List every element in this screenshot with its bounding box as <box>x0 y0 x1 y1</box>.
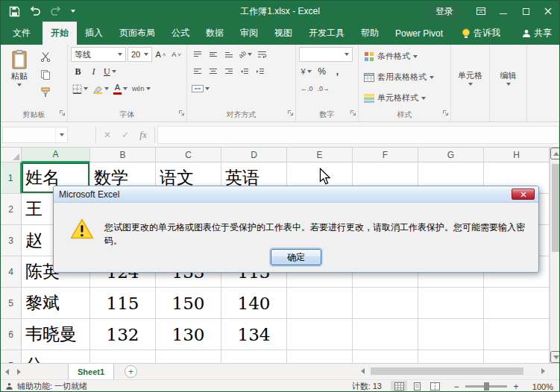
ok-button[interactable]: 确定 <box>271 249 321 265</box>
ribbon-tab-7[interactable]: 视图 <box>266 22 301 45</box>
column-header-D[interactable]: D <box>221 148 287 162</box>
clipboard-dialog-launcher[interactable] <box>59 109 66 119</box>
copy-button[interactable] <box>37 66 54 83</box>
column-header-B[interactable]: B <box>90 148 156 162</box>
decrease-decimal-button[interactable]: .0→ <box>316 81 332 96</box>
vertical-scroll-thumb[interactable] <box>552 164 560 252</box>
cell-G7[interactable] <box>418 350 484 363</box>
cell-D6[interactable]: 134 <box>221 319 287 350</box>
cell-F5[interactable] <box>353 288 418 319</box>
number-format-combo[interactable] <box>299 47 353 62</box>
font-dialog-launcher[interactable] <box>178 109 185 119</box>
column-header-C[interactable]: C <box>156 148 221 162</box>
align-left-button[interactable] <box>190 64 204 79</box>
scroll-up-button[interactable] <box>550 148 560 159</box>
column-header-E[interactable]: E <box>287 148 353 162</box>
scroll-down-button[interactable] <box>550 351 560 363</box>
tell-me-box[interactable]: 告诉我 <box>462 22 500 45</box>
editing-button[interactable]: 编辑 <box>493 47 523 110</box>
formula-bar-resizer[interactable] <box>68 122 93 147</box>
cells-button[interactable]: 单元格 <box>454 47 486 110</box>
bold-button[interactable]: B <box>71 64 85 79</box>
row-header-4[interactable]: 4 <box>1 256 22 288</box>
horizontal-scrollbar[interactable] <box>357 365 548 377</box>
cell-A5[interactable]: 黎斌 <box>22 288 90 319</box>
font-family-combo[interactable]: 等线 <box>71 47 126 62</box>
cell-G5[interactable] <box>418 288 484 319</box>
zoom-out-button[interactable]: − <box>452 382 461 392</box>
cell-F6[interactable] <box>353 319 418 350</box>
percent-style-button[interactable]: % <box>315 64 329 79</box>
undo-button[interactable] <box>26 3 44 19</box>
cell-C5[interactable]: 150 <box>156 288 221 319</box>
cell-styles-button[interactable]: 单元格样式 <box>362 89 447 107</box>
cell-E5[interactable] <box>287 288 353 319</box>
font-color-button[interactable]: A <box>112 81 129 96</box>
close-button[interactable] <box>537 1 559 22</box>
cell-D5[interactable]: 140 <box>221 288 287 319</box>
cell-B7[interactable] <box>90 350 156 363</box>
ribbon-display-options-button[interactable] <box>470 1 492 22</box>
redo-button[interactable] <box>47 3 65 19</box>
ribbon-tab-5[interactable]: 数据 <box>198 22 232 45</box>
ribbon-tab-10[interactable]: Power Pivot <box>387 22 451 45</box>
ribbon-tab-6[interactable]: 审阅 <box>232 22 266 45</box>
styles-dialog-launcher[interactable] <box>442 109 449 119</box>
cell-B5[interactable]: 115 <box>90 288 156 319</box>
enter-entry-button[interactable]: ✓ <box>116 126 134 144</box>
zoom-slider-thumb[interactable] <box>484 382 489 391</box>
ribbon-tab-3[interactable]: 页面布局 <box>111 22 163 45</box>
cell-B6[interactable]: 132 <box>90 319 156 350</box>
insert-function-button[interactable]: fx <box>134 126 152 144</box>
column-header-G[interactable]: G <box>418 148 484 162</box>
align-right-button[interactable] <box>221 64 236 79</box>
row-header-5[interactable]: 5 <box>1 288 22 319</box>
cell-F7[interactable] <box>353 350 418 363</box>
row-header-3[interactable]: 3 <box>1 225 22 256</box>
number-dialog-launcher[interactable] <box>350 109 356 119</box>
name-box[interactable] <box>2 127 68 143</box>
ribbon-tab-2[interactable]: 插入 <box>77 22 111 45</box>
vertical-scrollbar[interactable] <box>550 148 560 363</box>
align-top-button[interactable] <box>190 47 204 62</box>
sheet-nav-right-button[interactable] <box>13 364 25 379</box>
cell-C6[interactable]: 130 <box>156 319 221 350</box>
cell-H7[interactable] <box>484 350 550 363</box>
share-button[interactable]: 共享 <box>522 22 552 45</box>
cell-E7[interactable] <box>287 350 353 363</box>
add-sheet-button[interactable]: + <box>125 365 137 378</box>
column-header-H[interactable]: H <box>484 148 550 162</box>
italic-button[interactable]: I <box>86 64 101 79</box>
cell-C7[interactable] <box>156 350 221 363</box>
cell-A6[interactable]: 韦晓曼 <box>22 319 90 350</box>
cell-H6[interactable] <box>484 319 550 350</box>
page-layout-view-button[interactable] <box>409 381 425 392</box>
ribbon-tab-9[interactable]: 帮助 <box>353 22 387 45</box>
orientation-button[interactable]: ab <box>237 47 254 62</box>
column-header-F[interactable]: F <box>353 148 418 162</box>
zoom-slider[interactable] <box>465 385 507 388</box>
ribbon-tab-1[interactable]: 开始 <box>43 22 77 45</box>
normal-view-button[interactable] <box>391 381 407 392</box>
align-bottom-button[interactable] <box>221 47 236 62</box>
maximize-button[interactable] <box>515 1 537 22</box>
cell-G6[interactable] <box>418 319 484 350</box>
font-size-combo[interactable]: 20 <box>128 47 152 62</box>
decrease-indent-button[interactable] <box>237 64 251 79</box>
ribbon-tab-8[interactable]: 开发工具 <box>301 22 353 45</box>
select-all-corner[interactable] <box>1 148 22 162</box>
tab-file[interactable]: 文件 <box>1 22 43 45</box>
conditional-formatting-button[interactable]: 条件格式 <box>362 47 447 66</box>
merge-center-button[interactable] <box>190 81 211 96</box>
dialog-titlebar[interactable]: Microsoft Excel <box>54 186 538 203</box>
fill-color-button[interactable] <box>91 81 110 96</box>
scroll-right-button[interactable] <box>538 365 548 377</box>
accounting-format-button[interactable]: ¥ <box>299 64 313 79</box>
increase-font-button[interactable]: A˄ <box>154 47 168 62</box>
row-header-7[interactable]: 7 <box>1 350 22 363</box>
borders-button[interactable] <box>71 81 89 96</box>
cancel-entry-button[interactable]: ✕ <box>98 126 116 144</box>
row-header-1[interactable]: 1 <box>1 162 22 194</box>
page-break-view-button[interactable] <box>427 381 443 392</box>
wrap-text-button[interactable] <box>255 47 269 62</box>
